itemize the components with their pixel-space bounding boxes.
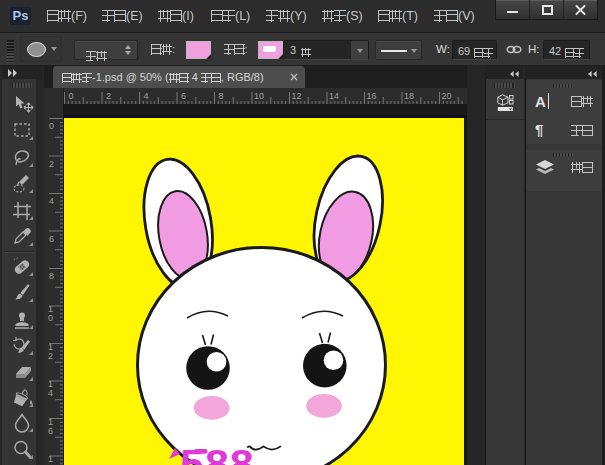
- svg-text:8: 8: [49, 271, 54, 281]
- svg-text:588: 588: [180, 440, 255, 465]
- svg-text:20: 20: [442, 91, 452, 101]
- svg-text:0: 0: [48, 313, 53, 323]
- svg-text:2: 2: [106, 91, 111, 101]
- svg-text:0: 0: [69, 91, 74, 101]
- svg-text:18: 18: [404, 91, 414, 101]
- svg-text:4: 4: [49, 196, 54, 206]
- svg-text:12: 12: [292, 91, 302, 101]
- svg-text:4: 4: [48, 388, 53, 398]
- svg-text:6: 6: [181, 91, 186, 101]
- svg-text:6: 6: [49, 234, 54, 244]
- svg-text:6: 6: [48, 426, 53, 436]
- svg-text:10: 10: [254, 91, 264, 101]
- svg-text:2: 2: [48, 351, 53, 361]
- svg-text:14: 14: [329, 91, 339, 101]
- svg-text:4: 4: [144, 91, 149, 101]
- svg-text:16: 16: [367, 91, 377, 101]
- svg-text:0: 0: [49, 121, 54, 131]
- svg-text:8: 8: [219, 91, 224, 101]
- svg-text:2: 2: [49, 159, 54, 169]
